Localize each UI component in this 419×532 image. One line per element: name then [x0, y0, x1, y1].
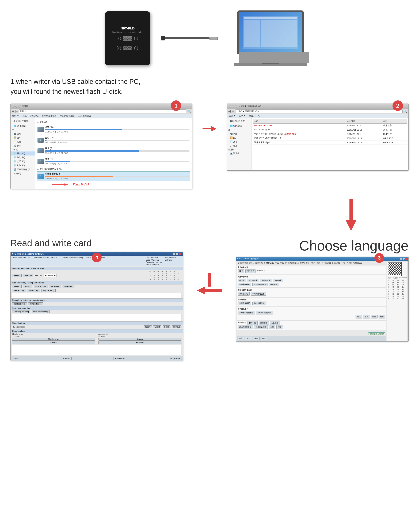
ribbon-map[interactable]: 映射网络驱动器: [60, 114, 75, 117]
cn-btn-timer-unlock[interactable]: 初始定时密钥: [252, 301, 266, 305]
btn-bottom-import[interactable]: Import: [12, 357, 20, 360]
btn-show-key[interactable]: Show key decoding: [12, 310, 30, 313]
btn-back-blank[interactable]: Back blank: [63, 285, 74, 288]
e2-computer-root[interactable]: 💻 计算机: [227, 152, 251, 156]
sidebar-f[interactable]: 💿 文件 (F:): [11, 164, 35, 168]
e2-btn-close[interactable]: [235, 105, 237, 107]
e2-music[interactable]: 🎵 音乐: [227, 144, 251, 148]
btn-registered[interactable]: Registered: [98, 341, 182, 344]
cn-btn-write-blank[interactable]: 卡写入终端设备: [251, 292, 266, 296]
sidebar-g[interactable]: 💾 可移动磁盘 (G:): [11, 168, 35, 171]
search-icon[interactable]: 🔍: [187, 110, 191, 113]
cn-btn-max[interactable]: [403, 258, 405, 260]
back-icon[interactable]: ◀: [12, 109, 14, 113]
sidebar-other[interactable]: 其他 (3): [11, 171, 35, 176]
btn-read-ic[interactable]: Read IC: [12, 285, 22, 288]
table-row[interactable]: 门禁卡写入NFC手机教程.pdf 2019/8/14 11:14 WPS PDF: [253, 136, 407, 141]
e2-sidebar-wps[interactable]: 🌐 WPS网盘: [227, 124, 251, 128]
cn-btn-take[interactable]: 取出: [363, 315, 370, 318]
disk-c[interactable]: C: 系统 (C:) 37.4 GB 可用，共 80.0 GB: [37, 124, 190, 134]
e2-videos[interactable]: 📹 视频: [227, 132, 251, 136]
cn-bottom-btn4[interactable]: 删除: [261, 337, 267, 340]
btn-bottom-contrast[interactable]: Contrast: [62, 357, 72, 360]
btn-write-detection[interactable]: Write detection: [28, 302, 43, 305]
sw-en-max[interactable]: [176, 253, 178, 255]
sw-en-close[interactable]: [179, 253, 182, 255]
cn-btn-delete[interactable]: 删除: [379, 315, 385, 318]
e2-docs[interactable]: 📄 文档: [227, 140, 251, 144]
btn-write-id[interactable]: Select ID: [23, 274, 33, 277]
ribbon-organize[interactable]: 组织 ▼: [12, 114, 19, 117]
sidebar-music[interactable]: 🎵 音乐: [11, 144, 35, 148]
btn-cloud-analyze[interactable]: Cloud analyze: [12, 338, 95, 341]
btn-change-english[interactable]: change to English: [368, 332, 385, 335]
sidebar-d[interactable]: 💿 办公 (D:): [11, 156, 35, 159]
cn-btn-buy[interactable]: 买文: [269, 325, 275, 329]
cn-btn-phone-6[interactable]: 手动十六进制卡号: [238, 311, 255, 314]
sidebar-docs[interactable]: 📄 文档: [11, 140, 35, 144]
btn-remove[interactable]: Remove: [172, 325, 182, 328]
btn-read-id[interactable]: Read ID: [12, 274, 22, 277]
table-row[interactable]: PM3-PM5说明.txt 2019/7/21 18:13 文本文档: [253, 128, 407, 132]
btn-upgrade[interactable]: Upgrade: [98, 338, 182, 341]
cn-btn-upgrade-loc[interactable]: 程序升级位置: [254, 325, 268, 329]
e2-back-icon[interactable]: ◀: [228, 109, 231, 113]
disk-g[interactable]: G: 可移动磁盘 (G:) 1.82 MB 可用，共 3.47 MB: [37, 171, 190, 181]
btn-stop-decoding[interactable]: Stop decoding: [41, 289, 56, 292]
titlebar-btn-min[interactable]: [12, 105, 15, 107]
e2-btn-max[interactable]: [232, 105, 234, 107]
disk-f[interactable]: F: 文件 (F:) 388 GB 可用，共 465 GB: [37, 156, 190, 166]
e2-forward-icon[interactable]: ▶: [232, 109, 234, 113]
btn-choose[interactable]: Choose: [12, 341, 95, 344]
cn-btn-close[interactable]: [405, 258, 407, 260]
cn-btn-modify-hf[interactable]: 解析回卡: [273, 279, 283, 282]
cn-btn-app-upgrade[interactable]: 程序升级: [248, 321, 258, 325]
e2-address-input[interactable]: 计算机 ▶ 可移动磁盘 (G:): [235, 109, 403, 113]
col-name[interactable]: 名称: [253, 119, 346, 124]
cn-btn-edit[interactable]: 编辑: [371, 315, 378, 318]
cn-btn-decode-key[interactable]: 未知密钥破解: [238, 283, 251, 286]
ribbon-system[interactable]: 系统属性: [30, 114, 39, 117]
cn-btn-min[interactable]: [400, 258, 402, 260]
btn-initial-key[interactable]: Initial key decoding: [32, 310, 50, 313]
cn-btn-device-main[interactable]: 设备主菜: [270, 321, 280, 325]
cn-bottom-btn3[interactable]: 编辑: [253, 337, 260, 340]
cn-btn-read-blank[interactable]: 读终端设备: [238, 292, 249, 296]
btn-editor[interactable]: Editor: [163, 325, 170, 328]
sidebar-wps[interactable]: 🌐 WPS网盘: [11, 124, 35, 128]
btn-export[interactable]: Export: [153, 325, 161, 328]
sidebar-pictures[interactable]: 🖼️ 图片: [11, 136, 35, 140]
cn-btn-decode-known[interactable]: 全功能密钥破解: [252, 283, 268, 286]
col-date[interactable]: 修改日期: [346, 119, 382, 124]
cn-btn-read-hf[interactable]: 读IC卡: [238, 279, 246, 282]
e2-btn-min[interactable]: [229, 105, 231, 107]
cn-btn-big-analyze[interactable]: 超出大数据分析: [238, 325, 253, 329]
btn-half-decoding[interactable]: Half decoding: [12, 289, 26, 292]
sidebar-e[interactable]: 💿 娱乐 (E:): [11, 159, 35, 164]
address-input[interactable]: 计算机: [19, 109, 186, 113]
cn-btn-read-card[interactable]: 读卡: [238, 269, 244, 273]
e2-pictures[interactable]: 🖼️ 图片: [227, 136, 251, 140]
btn-write-ic-blank[interactable]: Write IC blank: [34, 285, 48, 288]
sw-en-min[interactable]: [173, 253, 175, 255]
col-type[interactable]: 类型: [382, 119, 407, 124]
e2-sidebar-recent[interactable]: 最近访问的位置: [227, 119, 251, 123]
titlebar-btn-max[interactable]: [15, 105, 18, 107]
cn-btn-copy-hf[interactable]: 模拟空白卡: [260, 279, 272, 282]
cn-btn-phone-16[interactable]: 手动十六进制卡号: [256, 311, 273, 314]
e2-search-icon[interactable]: 🔍: [404, 110, 407, 113]
e2-new-folder[interactable]: 新建文件夹: [249, 114, 260, 117]
sidebar-recent[interactable]: 最近访问的位置: [11, 119, 35, 123]
btn-blank-blank[interactable]: blank blank: [49, 285, 61, 288]
cn-btn-speed-settings[interactable]: 速度设置: [259, 321, 269, 325]
cn-btn-timer-decode[interactable]: 定时密钥解析: [238, 301, 251, 305]
btn-read-detection[interactable]: Read detection: [12, 302, 27, 305]
forward-icon[interactable]: ▶: [15, 109, 18, 113]
cn-btn-fast-decode[interactable]: 快速解密: [269, 283, 279, 286]
cn-bottom-btn2[interactable]: 取出: [245, 337, 252, 340]
btn-import[interactable]: Import: [144, 325, 152, 328]
btn-all-decoding[interactable]: All decoding: [27, 289, 40, 292]
ribbon-control[interactable]: 打开控制面板: [78, 114, 91, 117]
e2-organize[interactable]: 组织 ▼: [229, 114, 236, 117]
e2-share[interactable]: 共享 ▼: [239, 114, 246, 117]
